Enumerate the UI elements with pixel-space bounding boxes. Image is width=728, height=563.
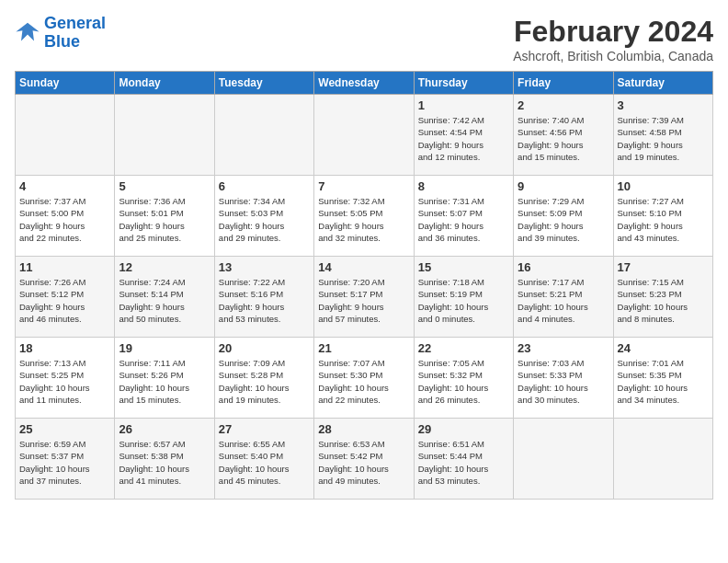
logo-bird-icon bbox=[15, 20, 40, 46]
day-number: 7 bbox=[318, 179, 409, 193]
day-info: Sunrise: 7:34 AM Sunset: 5:03 PM Dayligh… bbox=[219, 195, 310, 244]
day-number: 12 bbox=[119, 260, 210, 274]
day-info: Sunrise: 7:27 AM Sunset: 5:10 PM Dayligh… bbox=[618, 195, 709, 244]
day-info: Sunrise: 7:13 AM Sunset: 5:25 PM Dayligh… bbox=[19, 357, 110, 406]
calendar-week-row: 11Sunrise: 7:26 AM Sunset: 5:12 PM Dayli… bbox=[16, 257, 713, 338]
logo-text: General Blue bbox=[44, 15, 106, 52]
day-number: 24 bbox=[618, 341, 709, 355]
day-number: 27 bbox=[219, 422, 310, 436]
calendar-cell: 12Sunrise: 7:24 AM Sunset: 5:14 PM Dayli… bbox=[115, 257, 214, 338]
day-number: 17 bbox=[618, 260, 709, 274]
calendar-cell bbox=[514, 419, 613, 500]
calendar-cell: 18Sunrise: 7:13 AM Sunset: 5:25 PM Dayli… bbox=[16, 338, 115, 419]
day-number: 25 bbox=[19, 422, 110, 436]
day-number: 13 bbox=[219, 260, 310, 274]
calendar-table: SundayMondayTuesdayWednesdayThursdayFrid… bbox=[15, 71, 713, 500]
logo: General Blue bbox=[15, 15, 106, 52]
calendar-cell: 22Sunrise: 7:05 AM Sunset: 5:32 PM Dayli… bbox=[414, 338, 513, 419]
day-number: 29 bbox=[418, 422, 509, 436]
day-number: 5 bbox=[119, 179, 210, 193]
column-header-friday: Friday bbox=[514, 72, 613, 95]
calendar-cell: 3Sunrise: 7:39 AM Sunset: 4:58 PM Daylig… bbox=[613, 95, 712, 176]
day-number: 9 bbox=[518, 179, 609, 193]
day-info: Sunrise: 7:18 AM Sunset: 5:19 PM Dayligh… bbox=[418, 276, 509, 325]
day-number: 2 bbox=[518, 98, 609, 112]
day-number: 15 bbox=[418, 260, 509, 274]
day-number: 28 bbox=[318, 422, 409, 436]
day-info: Sunrise: 7:01 AM Sunset: 5:35 PM Dayligh… bbox=[618, 357, 709, 406]
calendar-cell: 13Sunrise: 7:22 AM Sunset: 5:16 PM Dayli… bbox=[214, 257, 313, 338]
day-number: 1 bbox=[418, 98, 509, 112]
day-info: Sunrise: 7:09 AM Sunset: 5:28 PM Dayligh… bbox=[219, 357, 310, 406]
calendar-cell: 19Sunrise: 7:11 AM Sunset: 5:26 PM Dayli… bbox=[115, 338, 214, 419]
day-info: Sunrise: 7:15 AM Sunset: 5:23 PM Dayligh… bbox=[618, 276, 709, 325]
day-number: 20 bbox=[219, 341, 310, 355]
calendar-cell bbox=[214, 95, 313, 176]
day-info: Sunrise: 6:51 AM Sunset: 5:44 PM Dayligh… bbox=[418, 438, 509, 487]
calendar-cell: 2Sunrise: 7:40 AM Sunset: 4:56 PM Daylig… bbox=[514, 95, 613, 176]
day-info: Sunrise: 7:31 AM Sunset: 5:07 PM Dayligh… bbox=[418, 195, 509, 244]
calendar-cell bbox=[613, 419, 712, 500]
day-number: 14 bbox=[318, 260, 409, 274]
column-header-thursday: Thursday bbox=[414, 72, 513, 95]
day-number: 19 bbox=[119, 341, 210, 355]
day-info: Sunrise: 7:22 AM Sunset: 5:16 PM Dayligh… bbox=[219, 276, 310, 325]
day-info: Sunrise: 7:42 AM Sunset: 4:54 PM Dayligh… bbox=[418, 114, 509, 163]
calendar-cell: 15Sunrise: 7:18 AM Sunset: 5:19 PM Dayli… bbox=[414, 257, 513, 338]
day-info: Sunrise: 6:55 AM Sunset: 5:40 PM Dayligh… bbox=[219, 438, 310, 487]
calendar-week-row: 25Sunrise: 6:59 AM Sunset: 5:37 PM Dayli… bbox=[16, 419, 713, 500]
day-info: Sunrise: 7:32 AM Sunset: 5:05 PM Dayligh… bbox=[318, 195, 409, 244]
day-info: Sunrise: 7:40 AM Sunset: 4:56 PM Dayligh… bbox=[518, 114, 609, 163]
column-header-tuesday: Tuesday bbox=[214, 72, 313, 95]
day-info: Sunrise: 7:05 AM Sunset: 5:32 PM Dayligh… bbox=[418, 357, 509, 406]
day-number: 4 bbox=[19, 179, 110, 193]
calendar-cell: 14Sunrise: 7:20 AM Sunset: 5:17 PM Dayli… bbox=[314, 257, 414, 338]
day-info: Sunrise: 7:29 AM Sunset: 5:09 PM Dayligh… bbox=[518, 195, 609, 244]
calendar-cell: 20Sunrise: 7:09 AM Sunset: 5:28 PM Dayli… bbox=[214, 338, 313, 419]
day-info: Sunrise: 6:53 AM Sunset: 5:42 PM Dayligh… bbox=[318, 438, 409, 487]
calendar-cell: 21Sunrise: 7:07 AM Sunset: 5:30 PM Dayli… bbox=[314, 338, 414, 419]
calendar-cell: 17Sunrise: 7:15 AM Sunset: 5:23 PM Dayli… bbox=[613, 257, 712, 338]
calendar-cell: 5Sunrise: 7:36 AM Sunset: 5:01 PM Daylig… bbox=[115, 176, 214, 257]
calendar-cell: 11Sunrise: 7:26 AM Sunset: 5:12 PM Dayli… bbox=[16, 257, 115, 338]
day-number: 26 bbox=[119, 422, 210, 436]
calendar-cell: 27Sunrise: 6:55 AM Sunset: 5:40 PM Dayli… bbox=[214, 419, 313, 500]
calendar-cell: 10Sunrise: 7:27 AM Sunset: 5:10 PM Dayli… bbox=[613, 176, 712, 257]
calendar-cell: 28Sunrise: 6:53 AM Sunset: 5:42 PM Dayli… bbox=[314, 419, 414, 500]
calendar-week-row: 4Sunrise: 7:37 AM Sunset: 5:00 PM Daylig… bbox=[16, 176, 713, 257]
day-info: Sunrise: 6:57 AM Sunset: 5:38 PM Dayligh… bbox=[119, 438, 210, 487]
day-info: Sunrise: 7:17 AM Sunset: 5:21 PM Dayligh… bbox=[518, 276, 609, 325]
calendar-cell: 26Sunrise: 6:57 AM Sunset: 5:38 PM Dayli… bbox=[115, 419, 214, 500]
month-title: February 2024 bbox=[513, 15, 713, 49]
column-header-saturday: Saturday bbox=[613, 72, 712, 95]
page-header: General Blue February 2024 Ashcroft, Bri… bbox=[15, 15, 713, 63]
calendar-cell: 4Sunrise: 7:37 AM Sunset: 5:00 PM Daylig… bbox=[16, 176, 115, 257]
day-info: Sunrise: 7:20 AM Sunset: 5:17 PM Dayligh… bbox=[318, 276, 409, 325]
day-number: 23 bbox=[518, 341, 609, 355]
day-number: 11 bbox=[19, 260, 110, 274]
calendar-cell: 24Sunrise: 7:01 AM Sunset: 5:35 PM Dayli… bbox=[613, 338, 712, 419]
calendar-cell: 23Sunrise: 7:03 AM Sunset: 5:33 PM Dayli… bbox=[514, 338, 613, 419]
calendar-cell: 29Sunrise: 6:51 AM Sunset: 5:44 PM Dayli… bbox=[414, 419, 513, 500]
day-info: Sunrise: 7:26 AM Sunset: 5:12 PM Dayligh… bbox=[19, 276, 110, 325]
day-number: 6 bbox=[219, 179, 310, 193]
day-number: 22 bbox=[418, 341, 509, 355]
day-number: 10 bbox=[618, 179, 709, 193]
day-info: Sunrise: 7:03 AM Sunset: 5:33 PM Dayligh… bbox=[518, 357, 609, 406]
calendar-cell bbox=[314, 95, 414, 176]
day-info: Sunrise: 6:59 AM Sunset: 5:37 PM Dayligh… bbox=[19, 438, 110, 487]
day-number: 8 bbox=[418, 179, 509, 193]
location-subtitle: Ashcroft, British Columbia, Canada bbox=[513, 49, 713, 63]
calendar-week-row: 1Sunrise: 7:42 AM Sunset: 4:54 PM Daylig… bbox=[16, 95, 713, 176]
calendar-cell: 8Sunrise: 7:31 AM Sunset: 5:07 PM Daylig… bbox=[414, 176, 513, 257]
calendar-week-row: 18Sunrise: 7:13 AM Sunset: 5:25 PM Dayli… bbox=[16, 338, 713, 419]
calendar-cell: 6Sunrise: 7:34 AM Sunset: 5:03 PM Daylig… bbox=[214, 176, 313, 257]
calendar-cell bbox=[16, 95, 115, 176]
calendar-cell: 7Sunrise: 7:32 AM Sunset: 5:05 PM Daylig… bbox=[314, 176, 414, 257]
day-info: Sunrise: 7:39 AM Sunset: 4:58 PM Dayligh… bbox=[618, 114, 709, 163]
day-info: Sunrise: 7:11 AM Sunset: 5:26 PM Dayligh… bbox=[119, 357, 210, 406]
day-info: Sunrise: 7:24 AM Sunset: 5:14 PM Dayligh… bbox=[119, 276, 210, 325]
column-header-wednesday: Wednesday bbox=[314, 72, 414, 95]
day-number: 21 bbox=[318, 341, 409, 355]
title-block: February 2024 Ashcroft, British Columbia… bbox=[513, 15, 713, 63]
